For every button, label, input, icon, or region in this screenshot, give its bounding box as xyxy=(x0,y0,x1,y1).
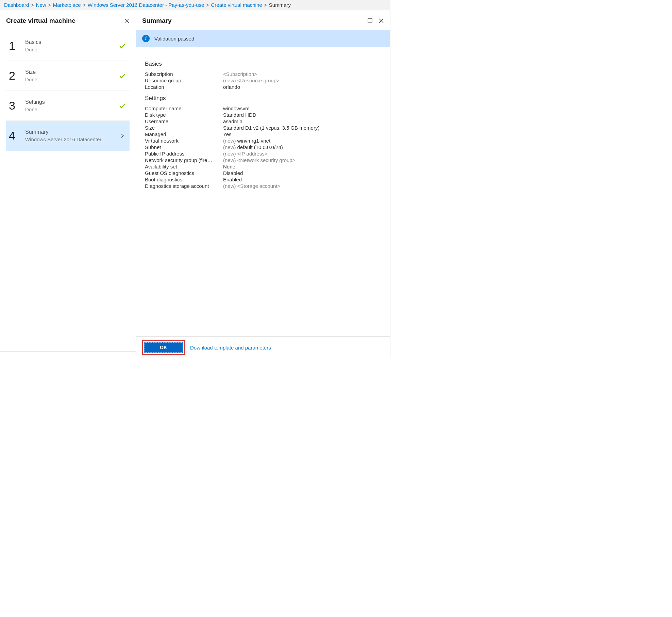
summary-value-text: Enabled xyxy=(223,177,242,182)
summary-row: Boot diagnosticsEnabled xyxy=(145,176,381,183)
step-subtitle: Done xyxy=(25,47,114,52)
summary-row: Disk typeStandard HDD xyxy=(145,112,381,118)
step-subtitle: Windows Server 2016 Datacenter … xyxy=(25,136,114,142)
summary-value-text: <Subscription> xyxy=(223,71,257,77)
summary-row: Diagnostics storage account(new)<Storage… xyxy=(145,183,381,189)
summary-key: Boot diagnostics xyxy=(145,177,223,182)
step-title: Settings xyxy=(25,99,118,105)
step-subtitle: Done xyxy=(25,77,114,82)
step-item[interactable]: 1BasicsDone xyxy=(6,31,130,61)
ok-button-highlight: OK xyxy=(142,340,185,355)
step-item[interactable]: 2SizeDone xyxy=(6,61,130,91)
summary-value-text: Standard HDD xyxy=(223,112,256,118)
summary-panel-header: Summary xyxy=(136,10,390,28)
summary-key: Location xyxy=(145,84,223,90)
info-icon: i xyxy=(142,35,150,42)
summary-value-text: Disabled xyxy=(223,170,243,176)
summary-value-text: Standard D1 v2 (1 vcpus, 3.5 GB memory) xyxy=(223,125,319,131)
summary-value-prefix: (new) xyxy=(223,151,236,157)
summary-value-text: default (10.0.0.0/24) xyxy=(237,144,283,150)
summary-value-text: winvmrg1-vnet xyxy=(237,138,271,144)
summary-row: Availability setNone xyxy=(145,163,381,170)
close-icon[interactable] xyxy=(379,18,384,23)
summary-row: SizeStandard D1 v2 (1 vcpus, 3.5 GB memo… xyxy=(145,125,381,131)
summary-key: Network security group (fire… xyxy=(145,157,223,163)
summary-key: Availability set xyxy=(145,164,223,169)
step-title: Size xyxy=(25,69,118,75)
section-title: Settings xyxy=(145,95,381,102)
summary-value-text: None xyxy=(223,164,235,169)
summary-value: (new)<Storage account> xyxy=(223,183,280,189)
summary-row: Network security group (fire…(new)<Netwo… xyxy=(145,157,381,163)
ok-button[interactable]: OK xyxy=(145,342,182,353)
summary-row: Resource group(new)<Resource group> xyxy=(145,77,381,84)
summary-value-text: <Network security group> xyxy=(237,157,296,163)
create-vm-panel-body: 1BasicsDone2SizeDone3SettingsDone4Summar… xyxy=(0,28,136,351)
summary-value-prefix: (new) xyxy=(223,183,236,189)
summary-key: Diagnostics storage account xyxy=(145,183,223,189)
panels-container: Create virtual machine 1BasicsDone2SizeD… xyxy=(0,10,390,358)
close-icon[interactable] xyxy=(124,18,130,23)
summary-value-prefix: (new) xyxy=(223,78,236,83)
summary-value: <Subscription> xyxy=(223,71,257,77)
chevron-right-icon: > xyxy=(83,2,85,8)
summary-value-text: <Resource group> xyxy=(237,78,280,83)
summary-key: Subscription xyxy=(145,71,223,77)
breadcrumb-item[interactable]: New xyxy=(36,2,46,8)
step-subtitle: Done xyxy=(25,107,114,112)
step-number: 2 xyxy=(9,69,22,82)
breadcrumb-item[interactable]: Dashboard xyxy=(4,2,29,8)
step-text: SizeDone xyxy=(22,69,118,82)
summary-key: Virtual network xyxy=(145,138,223,144)
summary-value-prefix: (new) xyxy=(223,144,236,150)
validation-bar: i Validation passed xyxy=(136,30,390,47)
summary-row: Computer namewindowsvm xyxy=(145,105,381,112)
breadcrumb-item[interactable]: Create virtual machine xyxy=(211,2,262,8)
summary-value: Enabled xyxy=(223,177,242,182)
step-number: 1 xyxy=(9,39,22,52)
summary-row: Usernameasadmin xyxy=(145,118,381,125)
summary-row: Virtual network(new)winvmrg1-vnet xyxy=(145,137,381,144)
summary-title: Summary xyxy=(142,17,172,25)
summary-value: (new)default (10.0.0.0/24) xyxy=(223,144,283,150)
summary-value: Standard D1 v2 (1 vcpus, 3.5 GB memory) xyxy=(223,125,319,131)
summary-panel-body: BasicsSubscription<Subscription>Resource… xyxy=(136,47,390,336)
chevron-right-icon: > xyxy=(206,2,209,8)
maximize-icon[interactable] xyxy=(368,18,372,23)
summary-panel: Summary i Validation passed BasicsSubscr… xyxy=(136,10,390,358)
step-text: SettingsDone xyxy=(22,99,118,112)
summary-value: (new)<Resource group> xyxy=(223,78,280,83)
summary-key: Size xyxy=(145,125,223,131)
summary-row: ManagedYes xyxy=(145,131,381,137)
svg-rect-2 xyxy=(368,19,372,23)
create-vm-panel: Create virtual machine 1BasicsDone2SizeD… xyxy=(0,10,136,358)
summary-row: Subscription<Subscription> xyxy=(145,71,381,77)
summary-value: (new)winvmrg1-vnet xyxy=(223,138,270,144)
step-number: 3 xyxy=(9,99,22,112)
summary-key: Username xyxy=(145,118,223,124)
step-title: Basics xyxy=(25,39,118,45)
step-text: SummaryWindows Server 2016 Datacenter … xyxy=(22,129,118,142)
summary-value: Disabled xyxy=(223,170,243,176)
summary-value-text: <IP address> xyxy=(237,151,268,157)
chevron-right-icon: > xyxy=(31,2,34,8)
download-template-link[interactable]: Download template and parameters xyxy=(190,345,271,351)
check-icon xyxy=(118,102,127,110)
summary-row: Public IP address(new)<IP address> xyxy=(145,150,381,157)
validation-message: Validation passed xyxy=(154,36,194,42)
step-item[interactable]: 3SettingsDone xyxy=(6,91,130,121)
summary-value-text: orlando xyxy=(223,84,240,90)
summary-key: Computer name xyxy=(145,105,223,111)
chevron-right-icon: > xyxy=(48,2,51,8)
breadcrumb-item[interactable]: Windows Server 2016 Datacenter - Pay-as-… xyxy=(88,2,204,8)
step-item[interactable]: 4SummaryWindows Server 2016 Datacenter … xyxy=(6,121,130,151)
summary-key: Subnet xyxy=(145,144,223,150)
check-icon xyxy=(118,72,127,80)
breadcrumb-item[interactable]: Marketplace xyxy=(53,2,81,8)
summary-value-text: windowsvm xyxy=(223,105,250,111)
summary-key: Public IP address xyxy=(145,151,223,157)
step-title: Summary xyxy=(25,129,118,135)
summary-value-prefix: (new) xyxy=(223,157,236,163)
create-vm-panel-footer xyxy=(0,351,136,358)
summary-value: (new)<Network security group> xyxy=(223,157,295,163)
